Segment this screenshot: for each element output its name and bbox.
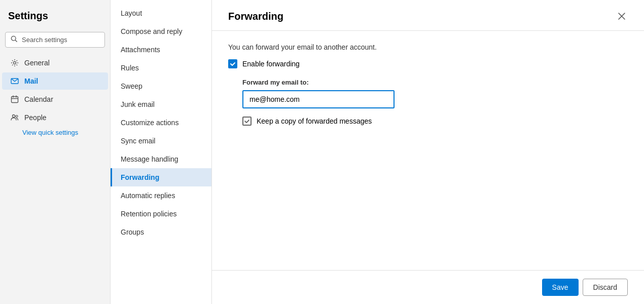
search-icon	[11, 35, 18, 44]
sidebar-item-mail-label: Mail	[24, 77, 38, 85]
check-icon	[230, 61, 236, 67]
forward-email-section: Forward my email to:	[242, 79, 628, 108]
svg-point-8	[13, 115, 15, 118]
keep-copy-checkbox[interactable]	[242, 117, 252, 126]
close-icon	[618, 12, 626, 20]
sidebar-item-general-label: General	[24, 59, 50, 67]
forward-to-label: Forward my email to:	[242, 79, 628, 86]
enable-forwarding-row[interactable]: Enable forwarding	[228, 59, 628, 68]
content-footer: Save Discard	[212, 270, 644, 304]
email-input[interactable]	[242, 90, 395, 108]
menu-item-layout[interactable]: Layout	[111, 4, 211, 22]
settings-title: Settings	[0, 6, 110, 30]
keep-copy-row[interactable]: Keep a copy of forwarded messages	[242, 117, 628, 126]
menu-item-sweep[interactable]: Sweep	[111, 77, 211, 95]
gear-icon	[10, 58, 19, 67]
check-outlined-icon	[244, 118, 250, 124]
search-settings-box[interactable]: Search settings	[5, 32, 105, 48]
save-button[interactable]: Save	[542, 279, 579, 296]
sidebar-item-people[interactable]: People	[2, 109, 108, 126]
menu-item-automatic-replies[interactable]: Automatic replies	[111, 186, 211, 205]
sidebar-item-calendar-label: Calendar	[24, 95, 53, 103]
menu-item-customize-actions[interactable]: Customize actions	[111, 113, 211, 132]
svg-rect-4	[12, 97, 18, 103]
menu-item-message-handling[interactable]: Message handling	[111, 150, 211, 168]
people-icon	[10, 113, 19, 122]
menu-item-junk-email[interactable]: Junk email	[111, 95, 211, 113]
svg-point-2	[14, 62, 16, 64]
sidebar-item-general[interactable]: General	[2, 54, 108, 71]
description-text: You can forward your email to another ac…	[228, 43, 628, 51]
menu-item-compose-reply[interactable]: Compose and reply	[111, 22, 211, 41]
sidebar-item-people-label: People	[24, 113, 47, 122]
main-content: Forwarding You can forward your email to…	[212, 0, 644, 304]
enable-forwarding-label: Enable forwarding	[242, 60, 300, 68]
middle-panel: Layout Compose and reply Attachments Rul…	[111, 0, 212, 304]
menu-item-forwarding[interactable]: Forwarding	[111, 168, 211, 186]
page-title: Forwarding	[228, 11, 283, 22]
sidebar-item-calendar[interactable]: Calendar	[2, 91, 108, 108]
sidebar: Settings Search settings General	[0, 0, 111, 304]
content-body: You can forward your email to another ac…	[212, 31, 644, 270]
calendar-icon	[10, 95, 19, 104]
menu-item-groups[interactable]: Groups	[111, 223, 211, 241]
menu-item-attachments[interactable]: Attachments	[111, 41, 211, 59]
close-button[interactable]	[616, 10, 628, 22]
svg-line-1	[15, 40, 17, 42]
sidebar-item-mail[interactable]: Mail	[2, 72, 108, 90]
mail-icon	[10, 77, 19, 86]
menu-item-rules[interactable]: Rules	[111, 59, 211, 77]
discard-button[interactable]: Discard	[583, 279, 628, 296]
menu-item-retention-policies[interactable]: Retention policies	[111, 205, 211, 223]
svg-point-9	[16, 116, 18, 118]
content-header: Forwarding	[212, 0, 644, 31]
view-quick-settings-link[interactable]: View quick settings	[0, 127, 110, 138]
enable-forwarding-checkbox[interactable]	[228, 59, 237, 68]
search-container[interactable]: Search settings	[0, 30, 110, 54]
keep-copy-label: Keep a copy of forwarded messages	[257, 117, 372, 125]
menu-item-sync-email[interactable]: Sync email	[111, 132, 211, 150]
search-placeholder: Search settings	[22, 36, 67, 44]
